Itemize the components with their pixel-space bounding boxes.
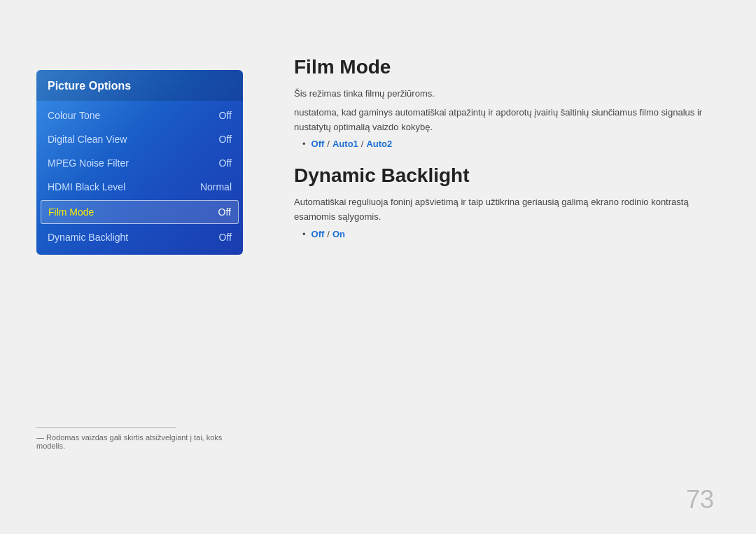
sidebar-item-label: Colour Tone [48, 110, 100, 121]
sidebar-item-value: Off [219, 232, 232, 243]
film-mode-sep1: / [327, 139, 330, 149]
dynamic-backlight-title: Dynamic Backlight [294, 164, 714, 187]
dynamic-backlight-sep: / [327, 229, 330, 239]
sidebar-title: Picture Options [36, 70, 243, 101]
dynamic-backlight-options: Off / On [302, 229, 714, 239]
dynamic-backlight-desc1: Automatiškai reguliuoja foninį apšvietim… [294, 195, 714, 225]
film-mode-option-auto1: Auto1 [332, 139, 358, 149]
sidebar-item-label: Film Mode [48, 206, 94, 218]
sidebar-item-film-mode[interactable]: Film Mode Off [41, 200, 239, 224]
sidebar-item-label: MPEG Noise Filter [48, 157, 129, 169]
footer-text: ― Rodomas vaizdas gali skirtis atsižvelg… [36, 433, 239, 450]
sidebar-menu: Picture Options Colour Tone Off Digital … [36, 70, 243, 255]
film-mode-desc2: nustatoma, kad gaminys automatiškai atpa… [294, 106, 714, 135]
sidebar-item-value: Normal [200, 181, 232, 192]
sidebar-item-label: HDMI Black Level [48, 181, 125, 192]
footer-note: ― Rodomas vaizdas gali skirtis atsižvelg… [36, 427, 239, 450]
sidebar-item-value: Off [219, 110, 232, 121]
sidebar-item-value: Off [218, 206, 231, 218]
sidebar-item-hdmi-black-level[interactable]: HDMI Black Level Normal [36, 175, 243, 199]
dynamic-backlight-section: Dynamic Backlight Automatiškai reguliuoj… [294, 164, 714, 239]
sidebar-item-colour-tone[interactable]: Colour Tone Off [36, 104, 243, 127]
sidebar-item-digital-clean-view[interactable]: Digital Clean View Off [36, 127, 243, 151]
sidebar-item-value: Off [219, 134, 232, 145]
dynamic-backlight-option-off: Off [312, 229, 325, 239]
film-mode-title: Film Mode [294, 56, 714, 78]
film-mode-option-off: Off [312, 139, 325, 149]
dynamic-backlight-option-on: On [332, 229, 345, 239]
film-mode-options: Off / Auto1 / Auto2 [302, 139, 714, 149]
film-mode-desc1: Šis režimas tinka filmų peržiūroms. [294, 87, 714, 101]
film-mode-section: Film Mode Šis režimas tinka filmų peržiū… [294, 56, 714, 149]
sidebar-item-label: Dynamic Backlight [48, 232, 128, 243]
main-content: Film Mode Šis režimas tinka filmų peržiū… [294, 56, 714, 239]
sidebar-item-value: Off [219, 157, 232, 169]
film-mode-sep2: / [361, 139, 364, 149]
sidebar-item-label: Digital Clean View [48, 134, 127, 145]
film-mode-option-auto2: Auto2 [366, 139, 392, 149]
sidebar-item-mpeg-noise-filter[interactable]: MPEG Noise Filter Off [36, 151, 243, 175]
page: Picture Options Colour Tone Off Digital … [0, 0, 756, 534]
footer-divider [36, 427, 176, 428]
sidebar-item-dynamic-backlight[interactable]: Dynamic Backlight Off [36, 225, 243, 249]
page-number: 73 [686, 485, 714, 514]
